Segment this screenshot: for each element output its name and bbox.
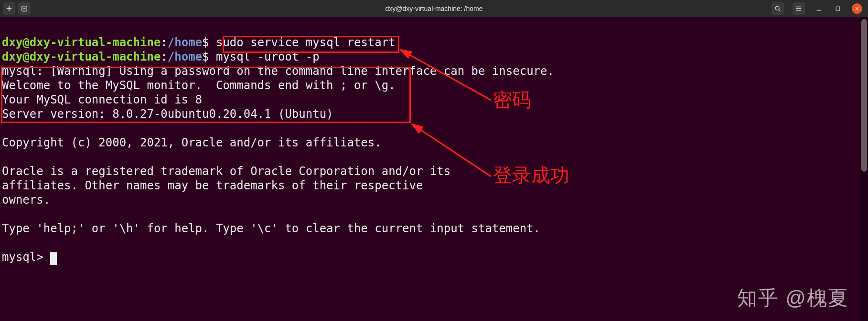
command-1: sudo service mysql restart: [216, 36, 396, 49]
output-tm-2: affiliates. Other names may be trademark…: [2, 179, 423, 192]
svg-line-3: [779, 10, 780, 11]
scrollbar-thumb[interactable]: [861, 19, 867, 172]
svg-rect-1: [23, 8, 25, 9]
titlebar: dxy@dxy-virtual-machine: /home: [0, 0, 868, 17]
prompt-userhost: dxy@dxy-virtual-machine: [2, 36, 161, 49]
window-title: dxy@dxy-virtual-machine: /home: [0, 5, 868, 12]
output-warning: mysql: [Warning] Using a password on the…: [2, 64, 554, 78]
new-tab-button[interactable]: [3, 2, 15, 15]
cursor-icon: [50, 252, 57, 265]
prompt-line-1: dxy@dxy-virtual-machine:/home$ sudo serv…: [2, 36, 396, 49]
titlebar-left-controls: [3, 2, 31, 15]
command-2: mysql -uroot -p: [216, 50, 320, 63]
close-button[interactable]: [852, 3, 862, 14]
svg-point-2: [775, 6, 779, 10]
output-help: Type 'help;' or '\h' for help. Type '\c'…: [2, 222, 540, 235]
search-button[interactable]: [772, 2, 784, 15]
output-tm-3: owners.: [2, 193, 50, 207]
prompt-sigil: $: [202, 36, 209, 49]
scrollbar[interactable]: [860, 17, 868, 321]
hamburger-menu-button[interactable]: [793, 2, 805, 15]
titlebar-icon-button[interactable]: [18, 2, 31, 15]
titlebar-right-controls: [772, 2, 865, 15]
svg-rect-5: [836, 7, 840, 10]
output-serverver: Server version: 8.0.27-0ubuntu0.20.04.1 …: [2, 107, 333, 121]
output-connid: Your MySQL connection id is 8: [2, 93, 202, 106]
output-copyright: Copyright (c) 2000, 2021, Oracle and/or …: [2, 136, 382, 149]
prompt-line-2: dxy@dxy-virtual-machine:/home$ mysql -ur…: [2, 50, 320, 63]
prompt-userhost-2: dxy@dxy-virtual-machine: [2, 50, 161, 63]
prompt-path: /home: [168, 36, 202, 49]
output-welcome: Welcome to the MySQL monitor. Commands e…: [2, 79, 396, 92]
minimize-button[interactable]: [814, 3, 824, 14]
mysql-prompt: mysql>: [2, 250, 50, 264]
watermark: 知乎 @槐夏: [737, 285, 849, 311]
maximize-button[interactable]: [833, 3, 843, 14]
annotation-label-password: 密码: [493, 87, 531, 113]
output-tm-1: Oracle is a registered trademark of Orac…: [2, 165, 450, 178]
terminal-area[interactable]: dxy@dxy-virtual-machine:/home$ sudo serv…: [0, 17, 868, 321]
annotation-label-login-ok: 登录成功: [493, 162, 569, 188]
prompt-colon: :: [161, 36, 167, 49]
